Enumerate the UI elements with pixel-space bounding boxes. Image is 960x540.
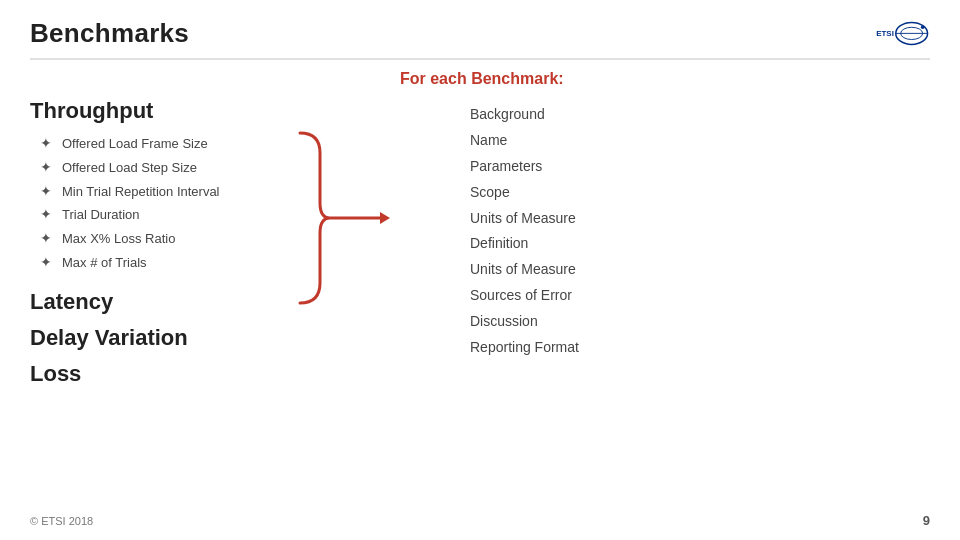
right-items-list: BackgroundNameParametersScopeUnits of Me…: [470, 102, 930, 361]
bullet-icon: ✦: [40, 132, 54, 156]
right-list-item: Reporting Format: [470, 335, 930, 361]
bullet-icon: ✦: [40, 251, 54, 275]
right-list-item: Definition: [470, 231, 930, 257]
right-panel: BackgroundNameParametersScopeUnits of Me…: [430, 70, 930, 395]
etsi-logo: ETSI: [875, 18, 930, 50]
right-list-item: Units of Measure: [470, 257, 930, 283]
bullet-icon: ✦: [40, 227, 54, 251]
page-title: Benchmarks: [30, 18, 189, 49]
curly-brace-arrow: [270, 128, 390, 308]
delay-variation-title: Delay Variation: [30, 325, 410, 351]
throughput-title: Throughput: [30, 98, 410, 124]
right-list-item: Name: [470, 128, 930, 154]
right-list-item: Units of Measure: [470, 206, 930, 232]
bullet-icon: ✦: [40, 180, 54, 204]
for-each-label: For each Benchmark:: [400, 70, 564, 88]
right-list-item: Scope: [470, 180, 930, 206]
bullet-icon: ✦: [40, 203, 54, 227]
right-list-item: Background: [470, 102, 930, 128]
right-list-item: Sources of Error: [470, 283, 930, 309]
right-list-item: Discussion: [470, 309, 930, 335]
left-panel: For each Benchmark: Throughput ✦ Offered…: [30, 70, 430, 395]
footer: © ETSI 2018 9: [30, 513, 930, 528]
svg-marker-6: [380, 212, 390, 224]
footer-copyright: © ETSI 2018: [30, 515, 93, 527]
main-content: For each Benchmark: Throughput ✦ Offered…: [0, 60, 960, 395]
loss-title: Loss: [30, 361, 410, 387]
right-list-item: Parameters: [470, 154, 930, 180]
header: Benchmarks ETSI: [0, 0, 960, 50]
svg-text:ETSI: ETSI: [876, 29, 894, 38]
svg-point-4: [921, 25, 925, 29]
bullet-icon: ✦: [40, 156, 54, 180]
footer-page-number: 9: [923, 513, 930, 528]
